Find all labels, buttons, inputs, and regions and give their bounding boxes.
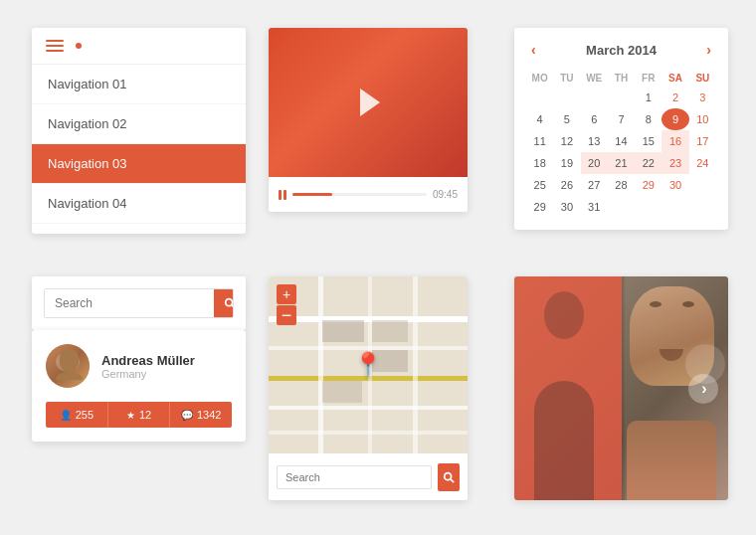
cal-day[interactable]: 20 — [581, 152, 608, 174]
search-box — [44, 288, 234, 318]
video-screen[interactable] — [269, 28, 468, 177]
svg-point-0 — [226, 299, 233, 306]
stars-icon: ★ — [126, 410, 135, 421]
cal-day[interactable]: 21 — [608, 152, 635, 174]
cal-day[interactable]: 16 — [662, 130, 688, 152]
play-button[interactable] — [350, 85, 386, 120]
cal-day[interactable] — [662, 196, 688, 218]
chevron-right-icon: › — [701, 380, 706, 398]
map-search-button[interactable] — [438, 463, 460, 491]
cal-day[interactable]: 15 — [635, 130, 662, 152]
cal-day[interactable] — [581, 87, 608, 108]
map-zoom-out-button[interactable]: − — [277, 305, 296, 325]
cal-day[interactable]: 18 — [526, 152, 553, 174]
cal-day[interactable]: 30 — [662, 174, 688, 196]
map-pin: 📍 — [353, 351, 383, 379]
slider-next-button[interactable]: › — [688, 374, 718, 404]
stat-stars[interactable]: ★ 12 — [108, 402, 171, 428]
pause-button[interactable] — [279, 190, 286, 200]
cal-col-th: TH — [608, 70, 635, 87]
nav-header — [32, 28, 246, 65]
calendar-header: ‹ March 2014 › — [526, 40, 716, 60]
cal-col-mo: MO — [526, 70, 553, 87]
cal-day[interactable]: 11 — [526, 130, 553, 152]
map-search-area — [269, 453, 468, 500]
svg-point-2 — [445, 472, 452, 479]
cal-day[interactable]: 6 — [581, 108, 608, 130]
cal-day[interactable]: 30 — [553, 196, 580, 218]
calendar-widget: ‹ March 2014 › MO TU WE TH FR SA SU 1 2 — [514, 28, 728, 230]
cal-day[interactable] — [689, 196, 716, 218]
cal-day[interactable] — [689, 174, 716, 196]
profile-country: Germany — [101, 368, 195, 380]
cal-day[interactable]: 31 — [581, 196, 608, 218]
cal-day[interactable]: 28 — [608, 174, 635, 196]
cal-day[interactable]: 19 — [553, 152, 580, 174]
search-input[interactable] — [45, 289, 214, 317]
cal-day[interactable] — [608, 196, 635, 218]
cal-day[interactable]: 1 — [635, 87, 662, 108]
cal-day[interactable]: 7 — [608, 108, 635, 130]
stat-followers[interactable]: 👤 255 — [46, 402, 108, 428]
cal-day[interactable]: 25 — [526, 174, 553, 196]
cal-day[interactable]: 4 — [526, 108, 553, 130]
followers-icon: 👤 — [60, 410, 72, 421]
cal-day[interactable]: 29 — [526, 196, 553, 218]
search-widget — [32, 276, 246, 330]
cal-day[interactable]: 29 — [635, 174, 662, 196]
cal-day[interactable] — [553, 87, 580, 108]
cal-day[interactable]: 23 — [662, 152, 688, 174]
fold-line — [622, 276, 625, 500]
cal-day[interactable]: 10 — [689, 108, 716, 130]
nav-item-4[interactable]: Navigation 04 — [32, 184, 246, 224]
svg-line-3 — [451, 479, 454, 482]
cal-day[interactable]: 17 — [689, 130, 716, 152]
calendar-next-button[interactable]: › — [701, 40, 716, 60]
profile-widget: Andreas Müller Germany 👤 255 ★ 12 💬 1342 — [32, 330, 246, 442]
stat-comments[interactable]: 💬 1342 — [170, 402, 232, 428]
avatar-image — [46, 344, 90, 388]
profile-name: Andreas Müller — [101, 353, 195, 368]
cal-day[interactable]: 9 — [662, 108, 688, 130]
nav-item-2[interactable]: Navigation 02 — [32, 104, 246, 144]
profile-stats: 👤 255 ★ 12 💬 1342 — [46, 402, 232, 428]
hamburger-icon[interactable] — [46, 40, 64, 52]
cal-day[interactable]: 5 — [553, 108, 580, 130]
cal-day[interactable]: 24 — [689, 152, 716, 174]
map-road — [318, 276, 323, 453]
cal-col-su: SU — [689, 70, 716, 87]
slide-1 — [514, 276, 622, 500]
map-zoom-in-button[interactable]: + — [277, 284, 296, 304]
nav-indicator-dot — [76, 43, 82, 49]
cal-day[interactable] — [608, 87, 635, 108]
cal-day[interactable]: 26 — [553, 174, 580, 196]
map-area[interactable]: + − 📍 — [269, 276, 468, 453]
cal-col-sa: SA — [662, 70, 688, 87]
cal-day[interactable]: 3 — [689, 87, 716, 108]
cal-day[interactable]: 22 — [635, 152, 662, 174]
profile-info: Andreas Müller Germany — [46, 344, 232, 388]
svg-line-1 — [232, 305, 234, 308]
time-label: 09:45 — [433, 189, 458, 200]
cal-day[interactable]: 13 — [581, 130, 608, 152]
map-road — [413, 276, 418, 453]
search-button[interactable] — [214, 289, 234, 317]
calendar-prev-button[interactable]: ‹ — [526, 40, 541, 60]
cal-day[interactable] — [635, 196, 662, 218]
cal-col-tu: TU — [553, 70, 580, 87]
cal-day[interactable]: 27 — [581, 174, 608, 196]
cal-day[interactable]: 12 — [553, 130, 580, 152]
cal-col-fr: FR — [635, 70, 662, 87]
cal-day[interactable]: 8 — [635, 108, 662, 130]
cal-day[interactable]: 14 — [608, 130, 635, 152]
person-body — [627, 421, 716, 500]
nav-item-1[interactable]: Navigation 01 — [32, 65, 246, 104]
cal-day[interactable]: 2 — [662, 87, 688, 108]
calendar-title: March 2014 — [586, 43, 657, 58]
map-block — [322, 381, 362, 403]
video-widget: 09:45 — [269, 28, 468, 212]
progress-bar[interactable] — [292, 193, 427, 196]
cal-day[interactable] — [526, 87, 553, 108]
nav-item-3[interactable]: Navigation 03 — [32, 144, 246, 184]
map-search-input[interactable] — [277, 465, 432, 489]
